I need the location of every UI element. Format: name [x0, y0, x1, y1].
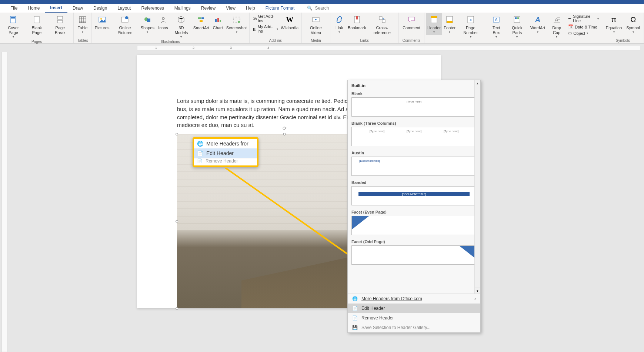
callout-row-edit-header: 📄 Edit Header [194, 148, 257, 158]
placeholder-text: [Type here] [407, 100, 421, 103]
resize-handle[interactable] [176, 133, 178, 135]
chevron-down-icon: ▾ [236, 30, 237, 34]
wordart-button[interactable]: A WordArt▾ [529, 13, 547, 35]
online-pictures-button[interactable]: Online Pictures [111, 13, 139, 36]
group-symbols: π Equation▾ Ω Symbol▾ Symbols [602, 13, 644, 43]
calendar-icon: 📅 [568, 24, 573, 29]
cover-page-icon [8, 14, 19, 25]
dropcap-button[interactable]: A Drop Cap▾ [547, 13, 567, 40]
group-media-label: Media [303, 38, 328, 43]
quickparts-button[interactable]: Quick Parts▾ [505, 13, 529, 40]
scroll-up-icon[interactable]: ▴ [475, 80, 480, 86]
symbol-button[interactable]: Ω Symbol▾ [624, 13, 642, 35]
remove-header-menu[interactable]: 📄 Remove Header [348, 313, 480, 323]
my-addins-button[interactable]: ◧My Add-ins▾ [253, 24, 278, 33]
chevron-down-icon: ▾ [180, 35, 182, 38]
resize-handle[interactable] [176, 220, 178, 223]
svg-rect-3 [57, 16, 63, 19]
tab-mailings[interactable]: Mailings [169, 4, 196, 12]
bookmark-button[interactable]: Bookmark [347, 13, 367, 31]
tab-help[interactable]: Help [241, 4, 260, 12]
tab-design[interactable]: Design [88, 4, 112, 12]
page-number-button[interactable]: # Page Number▾ [457, 13, 484, 40]
signature-line-button[interactable]: ✒Signature Line▾ [568, 14, 599, 23]
gallery-item-blank[interactable]: [Type here] [351, 97, 477, 117]
textbox-button[interactable]: A Text Box▾ [487, 13, 505, 40]
chevron-down-icon: ▾ [613, 30, 615, 34]
svg-rect-20 [215, 19, 217, 22]
chevron-right-icon: › [474, 296, 476, 301]
tab-file[interactable]: File [5, 4, 23, 12]
comment-label: Comment [403, 26, 420, 30]
group-tables: Table▾ Tables [74, 13, 92, 43]
online-video-button[interactable]: Online Video [303, 13, 328, 36]
store-icon: 🛍 [253, 16, 257, 21]
tab-layout[interactable]: Layout [112, 4, 136, 12]
more-headers-menu[interactable]: 🌐 More Headers from Office.com › [348, 294, 480, 304]
pictures-button[interactable]: Pictures [93, 13, 111, 31]
tell-me-search[interactable]: 🔍 Search [307, 6, 329, 11]
chevron-down-icon: ▾ [516, 35, 518, 38]
addins-icon: ◧ [253, 27, 256, 31]
gallery-item-blank-three-columns[interactable]: [Type here] [Type here] [Type here] [351, 127, 477, 146]
scroll-down-icon[interactable]: ▾ [475, 288, 480, 294]
tab-view[interactable]: View [221, 4, 241, 12]
get-addins-button[interactable]: 🛍Get Add-ins [253, 14, 278, 23]
gallery-item-banded[interactable]: [DOCUMENT TITLE] [351, 186, 477, 205]
xref-icon [377, 14, 387, 25]
header-button[interactable]: Header▾ [426, 13, 442, 35]
more-headers-label: More Headers from Office.com [361, 296, 422, 301]
table-label: Table [78, 26, 87, 30]
chevron-down-icon: ▾ [537, 30, 538, 34]
globe-icon: 🌐 [352, 296, 358, 301]
symbol-label: Symbol [626, 26, 640, 30]
svg-rect-30 [431, 16, 437, 18]
header-icon [429, 14, 439, 25]
cross-reference-label: Cross-reference [369, 26, 395, 35]
resize-handle[interactable] [283, 133, 286, 135]
tab-home[interactable]: Home [23, 4, 45, 12]
3d-models-button[interactable]: 3D Models▾ [171, 13, 192, 40]
comment-button[interactable]: Comment [400, 13, 423, 31]
object-label: Object [573, 31, 585, 36]
svg-text:A: A [495, 17, 498, 22]
svg-rect-2 [34, 16, 39, 23]
gallery-item-facet-odd[interactable] [351, 245, 477, 265]
chart-button[interactable]: Chart [210, 13, 225, 31]
cover-page-button[interactable]: Cover Page▾ [1, 13, 25, 40]
vertical-ruler[interactable] [1, 52, 7, 352]
gallery-scrollbar[interactable]: ▴ ▾ [474, 80, 480, 294]
equation-button[interactable]: π Equation▾ [604, 13, 624, 35]
blank-page-button[interactable]: Blank Page [25, 13, 48, 36]
document-area: 1234 Loris sump dolor sits mate is, is c… [0, 44, 644, 352]
horizontal-ruler[interactable]: 1234 [137, 45, 640, 50]
tab-picture-format[interactable]: Picture Format [260, 4, 300, 12]
link-button[interactable]: Link▾ [332, 13, 347, 35]
tab-insert[interactable]: Insert [45, 4, 67, 13]
resize-handle[interactable] [176, 307, 178, 310]
save-selection-menu[interactable]: 💾 Save Selection to Header Gallery... [348, 323, 480, 332]
table-button[interactable]: Table▾ [75, 13, 90, 35]
screenshot-button[interactable]: Screenshot▾ [225, 13, 248, 35]
group-illustrations: Pictures Online Pictures Shapes▾ Icons 3… [92, 13, 250, 43]
tab-review[interactable]: Review [196, 4, 221, 12]
tab-draw[interactable]: Draw [67, 4, 88, 12]
rotate-handle-icon[interactable]: ⟳ [283, 125, 287, 131]
smartart-button[interactable]: SmartArt [192, 13, 210, 31]
online-pictures-label: Online Pictures [113, 26, 137, 35]
callout-more-label: More Headers fror [206, 141, 248, 147]
gallery-item-facet-even[interactable] [351, 216, 477, 235]
cross-reference-button[interactable]: Cross-reference [367, 13, 397, 36]
icons-button[interactable]: Icons [156, 13, 171, 31]
page-break-button[interactable]: Page Break [49, 13, 72, 36]
tab-references[interactable]: References [136, 4, 169, 12]
video-icon [311, 14, 321, 25]
footer-button[interactable]: Footer▾ [442, 13, 457, 35]
shapes-button[interactable]: Shapes▾ [139, 13, 156, 35]
object-button[interactable]: ▭Object▾ [568, 31, 599, 36]
date-time-button[interactable]: 📅Date & Time [568, 24, 599, 29]
gallery-item-austin[interactable]: [Document title] [351, 157, 477, 176]
globe-icon: 🌐 [197, 141, 203, 147]
wikipedia-button[interactable]: W Wikipedia [280, 13, 300, 31]
edit-header-menu[interactable]: 📄 Edit Header [348, 304, 480, 313]
